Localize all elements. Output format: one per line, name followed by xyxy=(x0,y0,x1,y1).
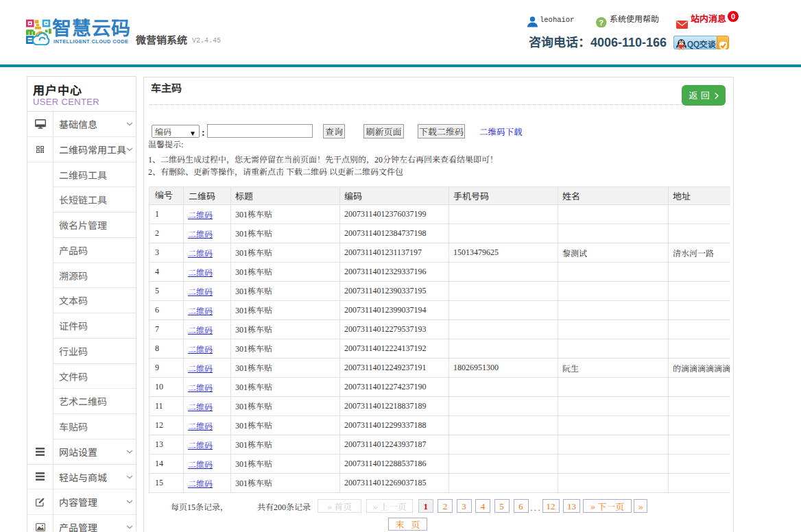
svg-text:?: ? xyxy=(599,18,603,26)
